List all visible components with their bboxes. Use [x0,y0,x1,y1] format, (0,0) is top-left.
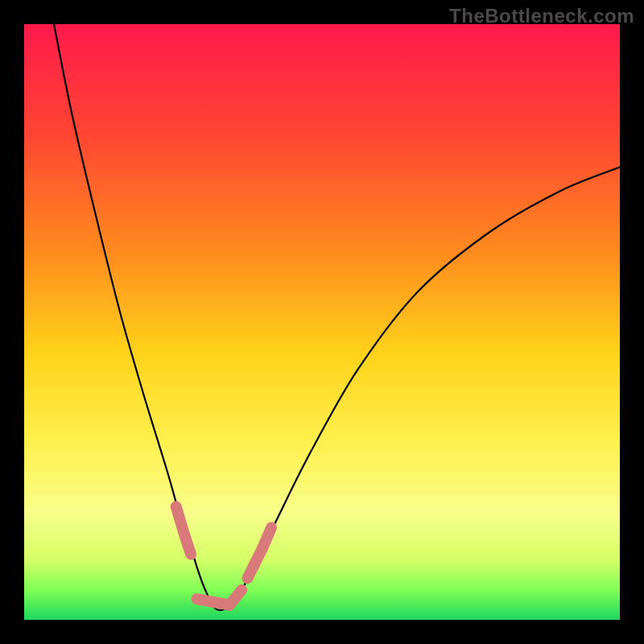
chart-frame: TheBottleneck.com [0,0,644,644]
gradient-background [24,24,620,620]
plot-area [24,24,620,620]
bottleneck-chart [24,24,620,620]
optimal-marker [185,536,191,554]
watermark-text: TheBottleneck.com [449,5,634,27]
